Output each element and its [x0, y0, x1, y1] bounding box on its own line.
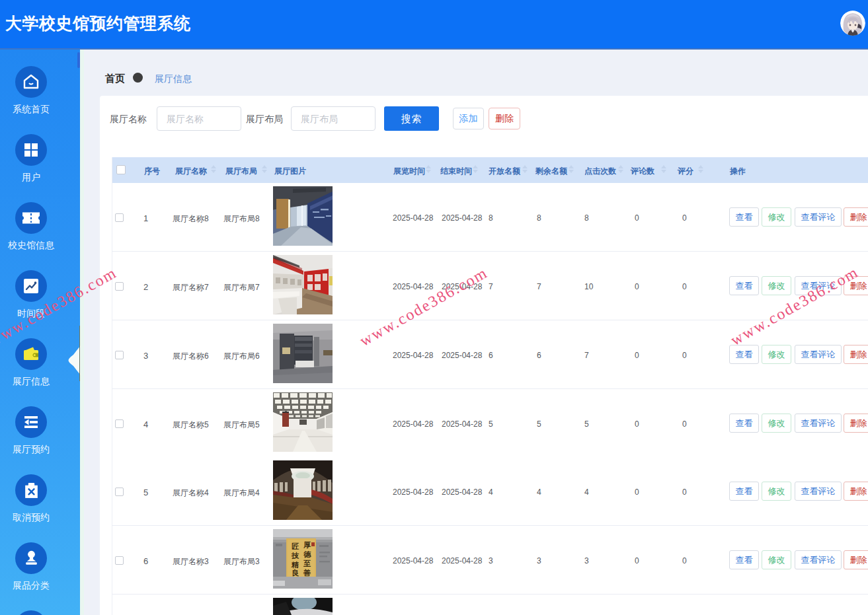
- svg-text:善: 善: [303, 569, 311, 577]
- svg-text:德: 德: [303, 550, 311, 558]
- svg-text:技: 技: [291, 552, 299, 560]
- svg-text:匠: 匠: [292, 542, 299, 550]
- svg-text:精: 精: [291, 561, 299, 569]
- svg-text:厚: 厚: [303, 541, 311, 549]
- svg-text:至: 至: [303, 560, 311, 567]
- svg-text:良: 良: [292, 569, 299, 577]
